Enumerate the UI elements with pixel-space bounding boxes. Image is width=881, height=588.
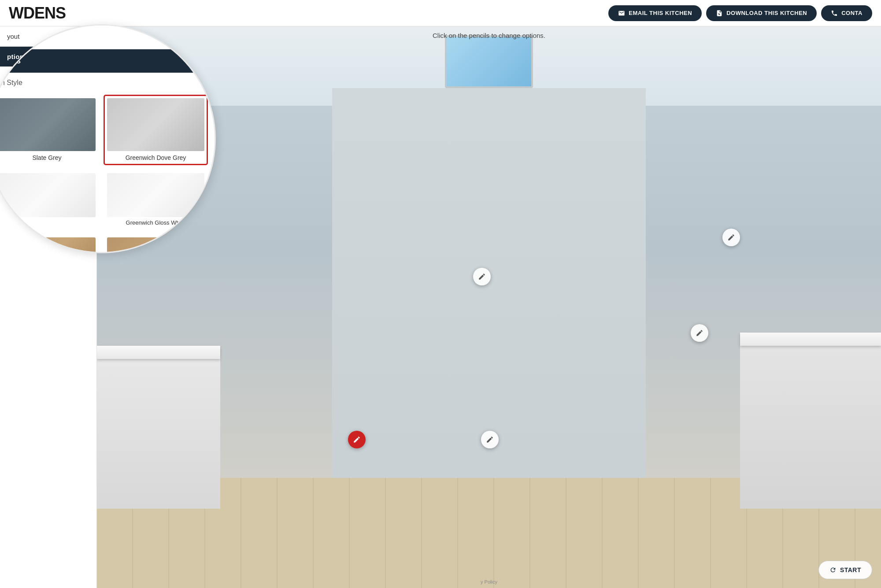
magnify-overlay: yout ▼ ptions ▲ en Style Slate Grey Gree… [0,24,216,253]
mag-kitchen-style-label: en Style [0,73,215,90]
mag-layout-arrow: ▼ [198,33,206,42]
header-buttons: EMAIL THIS KITCHEN DOWNLOAD THIS KITCHEN… [608,5,872,21]
pencil-icon [696,329,703,337]
phone-icon [831,10,838,17]
pencil-edit-bottom-center[interactable] [481,431,499,448]
mag-slate-label: Slate Grey [0,154,96,162]
left-counter-top [97,346,220,359]
refresh-icon [829,566,837,573]
mag-kitchen-grid: Slate Grey Greenwich Dove Grey [0,90,215,170]
logo-text: WDENS [9,4,66,22]
right-counter [740,341,881,509]
kitchen-scene: START [97,26,881,588]
skylight [445,35,533,88]
mag-layout-dropdown[interactable]: yout ▼ [0,26,215,49]
mag-options-section[interactable]: ptions ▲ [0,49,215,73]
pencil-icon [478,273,486,281]
header: WDENS EMAIL THIS KITCHEN DOWNLOAD THIS K… [0,0,881,26]
pencil-icon [486,436,494,444]
mag-options-label: ptions [0,56,21,66]
right-counter-top [740,333,881,346]
left-counter [97,355,220,509]
mag-lower-grid2 [0,234,215,252]
mag-lower-swatch4 [107,237,204,252]
mag-slate-swatch [0,98,96,151]
email-kitchen-label: EMAIL THIS KITCHEN [629,10,692,16]
list-item[interactable]: Greenwich Dove Grey [104,95,208,165]
start-tour-button[interactable]: START [818,561,872,579]
mag-dove-label: Greenwich Dove Grey [107,154,204,162]
mag-lower-swatch3 [0,237,96,252]
pencil-edit-bottom-left[interactable] [348,431,366,448]
pencil-edit-right-mid[interactable] [691,324,708,342]
list-item[interactable] [0,170,99,229]
list-item[interactable]: Slate Grey [0,95,99,165]
email-kitchen-button[interactable]: EMAIL THIS KITCHEN [608,5,702,21]
pencil-icon [727,233,735,241]
hint-text: Click on the pencils to change options. [433,32,545,39]
mag-lower-label2: Greenwich Gloss White [107,219,204,226]
list-item[interactable] [104,234,208,252]
download-icon [716,10,723,17]
privacy-text: y Policy [481,579,497,584]
magnify-inner: yout ▼ ptions ▲ en Style Slate Grey Gree… [0,26,215,252]
mag-lower-swatch2 [107,173,204,217]
skylight-inner [447,37,531,86]
email-icon [618,10,625,17]
mag-lower-grid: Greenwich Gloss White [0,170,215,234]
logo: WDENS [9,4,66,22]
contact-label: CONTA [841,10,862,16]
pencil-icon [353,436,361,444]
magnify-content: yout ▼ ptions ▲ en Style Slate Grey Gree… [0,26,215,252]
mag-dove-swatch [107,98,204,151]
contact-button[interactable]: CONTA [821,5,872,21]
list-item[interactable]: Greenwich Gloss White [104,170,208,229]
mag-options-arrow: ▲ [198,56,206,66]
mag-layout-label: yout [0,33,12,42]
list-item[interactable] [0,234,99,252]
start-tour-label: START [840,566,861,573]
pencil-edit-right-upper[interactable] [722,229,740,246]
main-view: Click on the pencils to change options. [97,26,881,588]
mag-lower-swatch1 [0,173,96,217]
download-kitchen-label: DOWNLOAD THIS KITCHEN [726,10,807,16]
download-kitchen-button[interactable]: DOWNLOAD THIS KITCHEN [706,5,817,21]
